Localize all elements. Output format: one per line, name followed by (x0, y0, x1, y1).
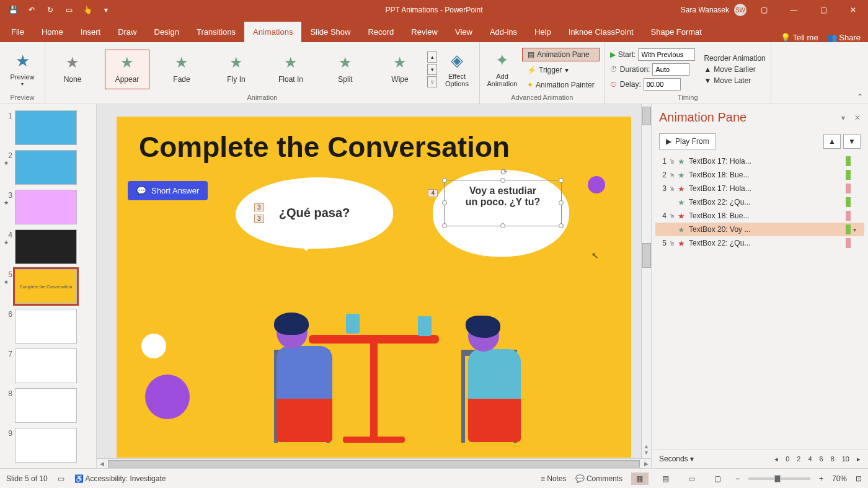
move-later-button[interactable]: ▼ Move Later (704, 76, 765, 85)
thumb-8[interactable] (15, 388, 77, 423)
reading-view-icon[interactable]: ▭ (683, 472, 701, 485)
move-earlier-button[interactable]: ▲ Move Earlier (704, 65, 765, 74)
effect-options-button[interactable]: ◈ Effect Options (440, 46, 474, 93)
thumb-7[interactable] (15, 348, 77, 383)
tab-help[interactable]: Help (526, 22, 560, 42)
anim-flyin[interactable]: ★Fly In (214, 50, 259, 89)
thumb-9[interactable] (15, 428, 77, 463)
tab-record[interactable]: Record (359, 22, 402, 42)
tab-animations[interactable]: Animations (244, 22, 301, 42)
tab-addins[interactable]: Add-ins (481, 22, 526, 42)
zoom-in-icon[interactable]: + (819, 474, 823, 483)
animation-list[interactable]: 1🖱★TextBox 17: Hola...2🖱★TextBox 18: Bue… (652, 154, 868, 449)
qat-more-icon[interactable]: ▾ (98, 2, 114, 18)
tab-design[interactable]: Design (146, 22, 188, 42)
preview-button[interactable]: ★ Preview ▾ (5, 46, 40, 93)
undo-icon[interactable]: ↶ (24, 2, 40, 18)
anim-list-row[interactable]: ★TextBox 22: ¿Qu... (655, 195, 864, 209)
anim-list-row[interactable]: 5🖱★TextBox 22: ¿Qu... (655, 236, 864, 250)
zoom-out-icon[interactable]: − (735, 474, 740, 483)
tab-home[interactable]: Home (33, 22, 72, 42)
anim-list-row[interactable]: 1🖱★TextBox 17: Hola... (655, 154, 864, 168)
selected-textbox[interactable]: Voy a estudiarun poco. ¿Y tu? ⟳ (444, 180, 562, 226)
editor-scrollbar-v[interactable]: ▲▼ (641, 104, 651, 458)
tab-review[interactable]: Review (402, 22, 446, 42)
redo-icon[interactable]: ↻ (42, 2, 58, 18)
timeline-ticks[interactable]: ◂0246810▸ (774, 455, 861, 463)
trigger-button[interactable]: ⚡Trigger ▾ (522, 64, 600, 76)
language-icon[interactable]: ▭ (58, 474, 64, 483)
thumb-3[interactable] (15, 190, 77, 224)
tab-slideshow[interactable]: Slide Show (301, 22, 359, 42)
ribbon-display-icon[interactable]: ▢ (751, 0, 776, 20)
anim-list-row[interactable]: ★TextBox 20: Voy ...▾ (655, 223, 864, 236)
thumb-2[interactable] (15, 150, 77, 185)
anim-none[interactable]: ★None (50, 50, 95, 89)
animation-pane-toggle[interactable]: ▤Animation Pane (522, 48, 600, 61)
pane-move-up-icon[interactable]: ▲ (823, 134, 841, 149)
comments-button[interactable]: 💬 Comments (575, 474, 622, 483)
collapse-ribbon-icon[interactable]: ⌃ (857, 92, 863, 101)
animation-painter-button[interactable]: ✦Animation Painter (522, 79, 600, 91)
animation-gallery[interactable]: ★None ★Appear ★Fade ★Fly In ★Float In ★S… (50, 50, 422, 89)
maximize-icon[interactable]: ▢ (811, 0, 836, 20)
anim-wipe[interactable]: ★Wipe (378, 50, 422, 89)
scroll-left-icon[interactable]: ◀ (97, 461, 107, 467)
presenter-icon[interactable]: ▭ (61, 2, 77, 18)
tab-view[interactable]: View (446, 22, 481, 42)
tell-me[interactable]: 💡 Tell me (781, 33, 818, 42)
anim-split[interactable]: ★Split (323, 50, 368, 89)
thumbnail-panel[interactable]: 1 2★ 3★ 4★ 5★Complete the Conversation 6… (0, 104, 97, 468)
rotate-handle-icon[interactable]: ⟳ (500, 167, 508, 177)
anim-list-row[interactable]: 2🖱★TextBox 18: Bue... (655, 168, 864, 182)
gallery-more[interactable]: ▴ ▾ ▿ (427, 51, 437, 87)
pane-move-down-icon[interactable]: ▼ (843, 134, 861, 149)
gallery-expand-icon[interactable]: ▿ (427, 76, 437, 87)
anim-appear[interactable]: ★Appear (105, 50, 149, 89)
tab-insert[interactable]: Insert (72, 22, 110, 42)
close-icon[interactable]: ✕ (841, 0, 866, 20)
thumb-4[interactable] (15, 229, 77, 264)
notes-button[interactable]: ≡ Notes (541, 474, 567, 483)
start-dropdown[interactable] (638, 48, 695, 61)
fit-window-icon[interactable]: ⊡ (856, 474, 862, 483)
share-button[interactable]: 👥 Share (827, 33, 861, 42)
pane-close-icon[interactable]: ✕ (854, 113, 861, 122)
zoom-level[interactable]: 70% (832, 474, 847, 483)
save-icon[interactable]: 💾 (5, 2, 21, 18)
tab-file[interactable]: File (2, 22, 33, 42)
scroll-right-icon[interactable]: ▶ (641, 461, 651, 467)
thumb-1[interactable] (15, 110, 77, 145)
short-answer-badge[interactable]: 💬Short Answer (128, 181, 208, 200)
pane-options-icon[interactable]: ▾ (841, 113, 845, 122)
speech-bubble-left[interactable]: ¿Qué pasa? (236, 177, 393, 249)
avatar[interactable]: SW (734, 4, 746, 16)
anim-fade[interactable]: ★Fade (159, 50, 204, 89)
tab-inknoe[interactable]: Inknoe ClassPoint (560, 22, 642, 42)
play-from-button[interactable]: ▶ Play From (659, 133, 716, 149)
tab-draw[interactable]: Draw (109, 22, 145, 42)
thumb-6[interactable] (15, 309, 77, 344)
add-animation-button[interactable]: ✦ Add Animation (485, 46, 520, 93)
normal-view-icon[interactable]: ▦ (631, 472, 649, 485)
tab-shapeformat[interactable]: Shape Format (642, 22, 711, 42)
anim-tag-3a[interactable]: 3 (254, 203, 264, 211)
slide-editor[interactable]: Complete the Conversation 💬Short Answer … (97, 104, 651, 468)
zoom-slider[interactable] (748, 477, 810, 480)
touchmode-icon[interactable]: 👆 (79, 2, 95, 18)
sorter-view-icon[interactable]: ▤ (657, 472, 675, 485)
user-name[interactable]: Sara Wanasek (681, 6, 729, 14)
delay-field[interactable] (644, 78, 681, 91)
editor-scrollbar-h[interactable] (108, 460, 640, 468)
anim-tag-3b[interactable]: 3 (254, 215, 264, 223)
anim-list-row[interactable]: 3🖱★TextBox 17: Hola... (655, 182, 864, 195)
anim-floatin[interactable]: ★Float In (268, 50, 313, 89)
slide-canvas[interactable]: Complete the Conversation 💬Short Answer … (117, 117, 631, 458)
gallery-up-icon[interactable]: ▴ (427, 51, 437, 63)
anim-list-row[interactable]: 4🖱★TextBox 18: Bue... (655, 209, 864, 223)
tab-transitions[interactable]: Transitions (188, 22, 244, 42)
duration-field[interactable] (652, 63, 689, 76)
gallery-down-icon[interactable]: ▾ (427, 64, 437, 75)
slide-counter[interactable]: Slide 5 of 10 (6, 474, 48, 483)
accessibility-status[interactable]: ♿ Accessibility: Investigate (74, 474, 166, 483)
